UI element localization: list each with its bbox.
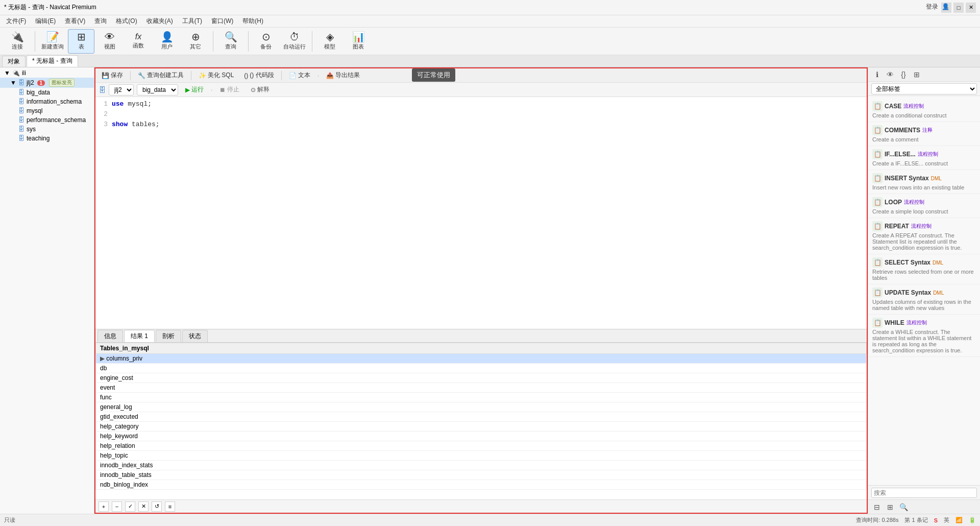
- function-label: 函数: [133, 42, 144, 50]
- confirm-row-button[interactable]: ✓: [125, 501, 135, 512]
- table-row[interactable]: ▶ columns_priv: [96, 354, 867, 364]
- table-row[interactable]: innodb_index_stats: [96, 461, 867, 470]
- col-header-tables[interactable]: Tables_in_mysql: [96, 343, 867, 354]
- snippet-item-if-else[interactable]: 📋IF...ELSE... 流程控制Create a IF...ELSE... …: [868, 146, 980, 170]
- tab-objects[interactable]: 对象: [2, 56, 26, 67]
- text-button[interactable]: 📄 文本: [286, 70, 313, 81]
- rtab-result1[interactable]: 结果 1: [124, 330, 155, 342]
- snippet-item-while[interactable]: 📋WHILE 流程控制Create a WHILE construct. The…: [868, 315, 980, 357]
- table-row[interactable]: gtid_executed: [96, 412, 867, 422]
- tree-node-big_data[interactable]: 🗄 big_data: [0, 88, 94, 97]
- tree-node-teaching[interactable]: 🗄 teaching: [0, 134, 94, 143]
- view-button[interactable]: 👁 视图: [96, 29, 123, 54]
- snippet-item-select-syntax[interactable]: 📋SELECT Syntax DMLRetrieve rows selected…: [868, 254, 980, 284]
- menu-edit[interactable]: 编辑(E): [31, 16, 60, 27]
- menu-favorites[interactable]: 收藏夹(A): [142, 16, 177, 27]
- beautify-button[interactable]: ✨ 美化 SQL: [195, 70, 237, 81]
- query-builder-button[interactable]: 🔧 查询创建工具: [135, 70, 187, 81]
- menu-format[interactable]: 格式(O): [112, 16, 141, 27]
- snippet-item-insert-syntax[interactable]: 📋INSERT Syntax DMLInsert new rows into a…: [868, 170, 980, 194]
- add-row-button[interactable]: +: [99, 501, 109, 512]
- discard-row-button[interactable]: ✕: [138, 501, 149, 512]
- refresh-button[interactable]: ↺: [152, 501, 162, 512]
- table-button[interactable]: ⊞ 表: [68, 29, 94, 54]
- results-content[interactable]: Tables_in_mysql ▶ columns_privdbengine_c…: [95, 343, 867, 499]
- explain-button[interactable]: ⊙ 解释: [247, 84, 274, 95]
- tree-node-information_schema[interactable]: 🗄 information_schema: [0, 97, 94, 106]
- snippet-item-loop[interactable]: 📋LOOP 流程控制Create a simple loop construct: [868, 194, 980, 218]
- connection-select[interactable]: jlj2: [109, 84, 134, 95]
- database-select[interactable]: big_data: [137, 84, 178, 95]
- table-row[interactable]: engine_cost: [96, 373, 867, 383]
- query-button[interactable]: 🔍 查询: [217, 29, 244, 54]
- stop-button[interactable]: ⏹ 停止: [215, 84, 243, 95]
- rp-eye-button[interactable]: 👁: [885, 69, 896, 80]
- table-row[interactable]: ndb_binlog_index: [96, 480, 867, 490]
- connect-button[interactable]: 🔌 连接: [4, 29, 31, 54]
- rp-bracket-button[interactable]: {}: [898, 69, 909, 80]
- run-button[interactable]: ▶ 运行: [181, 84, 208, 95]
- maximize-button[interactable]: □: [953, 3, 964, 13]
- remove-row-button[interactable]: −: [112, 501, 122, 512]
- table-row[interactable]: help_keyword: [96, 432, 867, 441]
- code-snippet-button[interactable]: () () 代码段: [241, 70, 277, 81]
- menu-window[interactable]: 窗口(W): [207, 16, 237, 27]
- user-icon: 👤: [942, 3, 949, 10]
- model-button[interactable]: ◈ 模型: [316, 29, 343, 54]
- snippet-item-comments[interactable]: 📋COMMENTS 注释Create a comment: [868, 122, 980, 146]
- table-row[interactable]: db: [96, 364, 867, 373]
- menu-query[interactable]: 查询: [90, 16, 111, 27]
- snippet-name-update-syntax: UPDATE Syntax: [885, 289, 931, 296]
- snippet-search-input[interactable]: [871, 488, 977, 498]
- table-row[interactable]: help_topic: [96, 451, 867, 461]
- rp-layout-button[interactable]: ⊞: [911, 69, 922, 80]
- save-button[interactable]: 💾 保存: [99, 70, 126, 81]
- tab-query[interactable]: * 无标题 - 查询: [27, 55, 78, 67]
- chart-button[interactable]: 📊 图表: [345, 29, 372, 54]
- menu-tools[interactable]: 工具(T): [178, 16, 206, 27]
- code-line-2: 2: [95, 109, 867, 119]
- backup-button[interactable]: ⊙ 备份: [253, 29, 279, 54]
- other-button[interactable]: ⊕ 其它: [182, 29, 209, 54]
- user-button[interactable]: 👤 用户: [154, 29, 180, 54]
- rp-grid2-button[interactable]: ⊞: [885, 501, 896, 513]
- table-row[interactable]: event: [96, 383, 867, 393]
- rp-info-button[interactable]: ℹ: [871, 69, 883, 80]
- table-row[interactable]: general_log: [96, 402, 867, 412]
- snippet-icon-insert-syntax: 📋: [872, 173, 883, 183]
- new-query-button[interactable]: 📝 新建查询: [39, 29, 66, 54]
- rtab-status[interactable]: 状态: [182, 330, 208, 342]
- snippet-title-comments: 📋COMMENTS 注释: [872, 125, 976, 135]
- snippet-item-update-syntax[interactable]: 📋UPDATE Syntax DMLUpdates columns of exi…: [868, 284, 980, 315]
- rp-search-icon[interactable]: 🔍: [898, 501, 909, 513]
- rp-grid1-button[interactable]: ⊟: [871, 501, 883, 513]
- rtab-info[interactable]: 信息: [97, 330, 123, 342]
- function-button[interactable]: fx 函数: [125, 29, 152, 54]
- snippet-item-repeat[interactable]: 📋REPEAT 流程控制Create A REPEAT construct. T…: [868, 218, 980, 254]
- snippet-icon-case: 📋: [872, 101, 883, 111]
- editor-area[interactable]: 1 use mysql; 2 3 show tables;: [95, 97, 867, 329]
- snippet-item-case[interactable]: 📋CASE 流程控制Create a conditional construct: [868, 98, 980, 122]
- tree-node-ili[interactable]: ▼ 🔌 ili: [0, 68, 94, 78]
- table-row[interactable]: func: [96, 393, 867, 402]
- statusbar: 只读 查询时间: 0.288s 第 1 条记 S 英 📶 🔋: [0, 514, 980, 526]
- login-label[interactable]: 登录: [926, 3, 938, 10]
- tree-node-performance_schema[interactable]: 🗄 performance_schema: [0, 115, 94, 125]
- menu-view[interactable]: 查看(V): [61, 16, 89, 27]
- menu-file[interactable]: 文件(F): [2, 16, 30, 27]
- table-row[interactable]: help_category: [96, 422, 867, 432]
- auto-run-button[interactable]: ⏱ 自动运行: [281, 29, 308, 54]
- readonly-label: 只读: [4, 516, 15, 524]
- rtab-profile[interactable]: 剖析: [156, 330, 181, 342]
- menu-help[interactable]: 帮助(H): [238, 16, 267, 27]
- tree-node-mysql[interactable]: 🗄 mysql: [0, 106, 94, 115]
- snippet-filter-select[interactable]: 全部标签 DML 流程控制 注释: [871, 83, 977, 94]
- close-button[interactable]: ✕: [966, 3, 976, 13]
- table-row[interactable]: help_relation: [96, 441, 867, 451]
- list-view-button[interactable]: ≡: [165, 501, 175, 512]
- snippet-tag-case: 流程控制: [903, 103, 924, 110]
- tree-node-jlj2[interactable]: ▼ 🗄 jlj2 1 图标发亮: [0, 78, 94, 88]
- tree-node-sys[interactable]: 🗄 sys: [0, 125, 94, 134]
- table-row[interactable]: innodb_table_stats: [96, 470, 867, 480]
- export-button[interactable]: 📤 导出结果: [323, 70, 363, 81]
